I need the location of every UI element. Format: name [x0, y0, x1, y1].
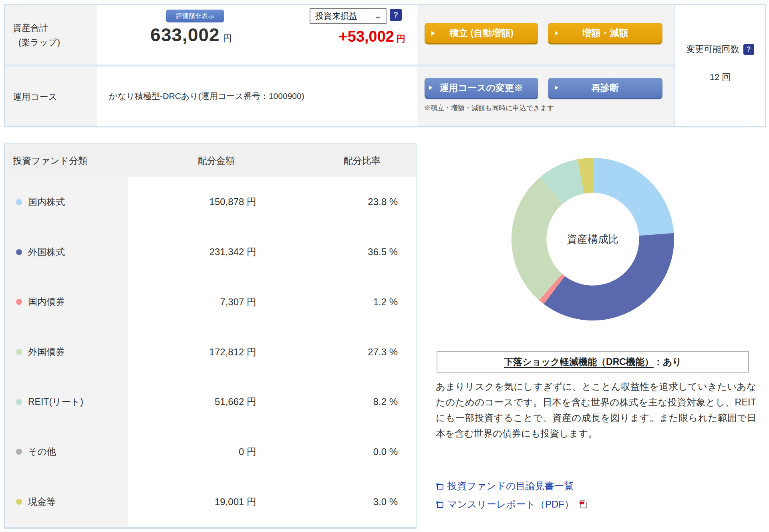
header-allocation-ratio: 配分比率 — [260, 155, 416, 167]
prospectus-list-link[interactable]: 投資ファンドの目論見書一覧 — [436, 480, 587, 492]
tsumitate-button[interactable]: 積立 (自動増額) — [425, 23, 538, 44]
category-label: その他 — [28, 445, 56, 458]
allocation-ratio: 23.8 % — [260, 177, 416, 227]
allocation-amount: 172,812 円 — [128, 327, 260, 377]
table-row: その他 0 円 0.0 % — [5, 427, 416, 477]
allocation-amount: 150,878 円 — [128, 177, 260, 227]
allocation-ratio: 3.0 % — [260, 477, 416, 527]
buttons-note: ※積立・増額・減額も同時に申込できます — [424, 103, 554, 113]
table-row: REIT(リート) 51,662 円 8.2 % — [5, 377, 416, 427]
drc-feature-box: 下落ショック軽減機能（DRC機能） ：あり — [437, 351, 749, 373]
total-assets-label: 資産合計 (楽ラップ) — [5, 5, 97, 64]
category-color-dot — [16, 449, 22, 455]
category-color-dot — [16, 349, 22, 355]
drc-feature-title: 下落ショック軽減機能（DRC機能） — [504, 356, 654, 368]
course-row: 運用コース かなり積極型-DRCあり(運用コース番号：1000900) 運用コー… — [5, 66, 674, 126]
allocation-amount: 51,662 円 — [128, 377, 260, 427]
table-row: 国内株式 150,878 円 23.8 % — [5, 177, 416, 227]
arrow-right-icon — [429, 85, 433, 90]
category-color-dot — [16, 499, 22, 505]
change-count-help-icon[interactable]: ? — [743, 44, 754, 55]
profit-amount: +53,002円 — [305, 28, 405, 45]
total-assets-row: 資産合計 (楽ラップ) 評価額非表示 633,002円 投資来損益 ⌄ ? +5… — [5, 5, 674, 64]
category-label: REIT(リート) — [28, 396, 83, 408]
arrow-right-icon — [555, 85, 558, 90]
chevron-down-icon: ⌄ — [374, 12, 382, 20]
course-description: あまりリスクを気にしすぎずに、とことん収益性を追求していきたいあなたのためのコー… — [436, 379, 756, 441]
category-color-dot — [16, 299, 22, 305]
total-assets-amount: 633,002円 — [125, 24, 257, 46]
change-count-panel: 変更可能回数 ? 12 回 — [674, 5, 765, 126]
allocation-ratio: 0.0 % — [260, 427, 416, 477]
category-color-dot — [16, 399, 22, 405]
table-row: 現金等 19,001 円 3.0 % — [5, 477, 416, 527]
arrow-right-icon — [555, 31, 558, 36]
currency-unit: 円 — [223, 33, 232, 43]
allocation-ratio: 8.2 % — [260, 377, 416, 427]
allocation-amount: 231,342 円 — [128, 227, 260, 277]
category-label: 外国株式 — [28, 246, 65, 258]
window-link-icon — [436, 483, 443, 490]
category-label: 現金等 — [28, 496, 56, 508]
allocation-ratio: 27.3 % — [260, 327, 416, 377]
allocation-table: 投資ファンド分類 配分金額 配分比率 国内株式 150,878 円 23.8 %… — [4, 143, 417, 529]
change-course-button[interactable]: 運用コースの変更※ — [425, 78, 538, 99]
arrow-right-icon — [431, 31, 435, 36]
profit-help-icon[interactable]: ? — [390, 9, 402, 21]
monthly-report-link[interactable]: マンスリーレポート（PDF） — [436, 498, 587, 511]
rediagnosis-button[interactable]: 再診断 — [548, 78, 662, 99]
allocation-ratio: 36.5 % — [260, 227, 416, 277]
category-color-dot — [16, 249, 22, 255]
category-color-dot — [16, 199, 22, 205]
account-summary-panel: 資産合計 (楽ラップ) 評価額非表示 633,002円 投資来損益 ⌄ ? +5… — [4, 4, 766, 127]
table-row: 外国株式 231,342 円 36.5 % — [5, 227, 416, 277]
donut-center-label: 資産構成比 — [543, 232, 643, 246]
header-allocation-amount: 配分金額 — [128, 155, 260, 167]
course-label: 運用コース — [5, 66, 97, 126]
category-label: 国内株式 — [28, 196, 65, 208]
table-row: 外国債券 172,812 円 27.3 % — [5, 327, 416, 377]
change-count-value: 12 回 — [710, 71, 731, 83]
change-count-label: 変更可能回数 — [686, 43, 739, 55]
category-label: 国内債券 — [28, 296, 65, 308]
window-link-icon — [436, 501, 443, 508]
table-row: 国内債券 7,307 円 1.2 % — [5, 277, 416, 327]
allocation-amount: 19,001 円 — [128, 477, 260, 527]
allocation-table-header: 投資ファンド分類 配分金額 配分比率 — [5, 144, 416, 177]
profit-period-select[interactable]: 投資来損益 ⌄ — [310, 8, 387, 24]
allocation-amount: 0 円 — [128, 427, 260, 477]
donut-slice-国内株式 — [593, 158, 674, 236]
course-name: かなり積極型-DRCあり(運用コース番号：1000900) — [109, 91, 304, 102]
header-fund-category: 投資ファンド分類 — [5, 155, 128, 167]
increase-decrease-button[interactable]: 増額・減額 — [548, 23, 662, 44]
currency-unit: 円 — [397, 34, 405, 44]
allocation-amount: 7,307 円 — [128, 277, 260, 327]
pdf-file-icon[interactable] — [580, 500, 587, 508]
allocation-ratio: 1.2 % — [260, 277, 416, 327]
drc-feature-value: ：あり — [654, 356, 682, 368]
category-label: 外国債券 — [28, 346, 65, 358]
hide-valuation-button[interactable]: 評価額非表示 — [166, 10, 224, 22]
